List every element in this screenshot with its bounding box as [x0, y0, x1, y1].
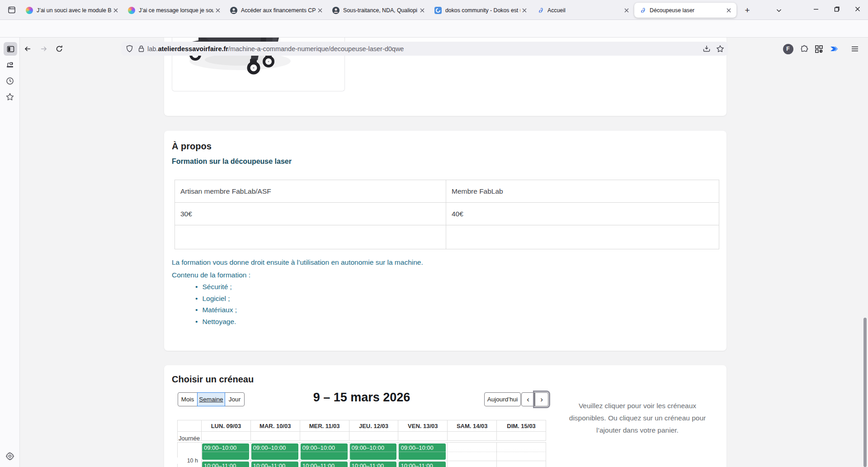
formation-subtitle: Formation sur la découpeuse laser: [172, 157, 292, 166]
tab-3[interactable]: Accéder aux financements CPF: [226, 3, 328, 18]
week-calendar: LUN. 09/03 MAR. 10/03 MER. 11/03 JEU. 12…: [177, 420, 546, 467]
star-icon: [5, 92, 14, 101]
table-row: [175, 225, 719, 249]
tab-close-icon[interactable]: [418, 6, 426, 14]
booking-help-text: Veuillez cliquer pour voir les créneaux …: [561, 400, 714, 436]
table-cell: [175, 225, 446, 249]
tab-6[interactable]: ∂ Accueil: [532, 3, 634, 18]
bullet-dot: •: [195, 318, 198, 326]
timeslot-event[interactable]: 10:00–11:00: [251, 462, 298, 467]
tab-2[interactable]: J’ai ce message lorsque je souh: [123, 3, 226, 18]
bookmarks-button[interactable]: [3, 90, 17, 104]
tab-title: Accéder aux financements CPF: [241, 7, 316, 14]
forward-arrow-icon: [40, 45, 48, 53]
table-cell: 30€: [175, 203, 446, 225]
day-column-wed: 09:00–10:00 10:00–11:00: [300, 443, 349, 467]
copilot-icon: [128, 7, 135, 14]
browser-window: J’ai un souci avec le module Bo J’ai ce …: [0, 0, 868, 467]
tab-1[interactable]: J’ai un souci avec le module Bo: [21, 3, 123, 18]
page-scrollbar-thumb[interactable]: [863, 318, 867, 467]
extension-f-button[interactable]: F: [781, 42, 795, 56]
back-button[interactable]: [21, 42, 34, 56]
day-column-thu: 09:00–10:00 10:00–11:00: [349, 443, 399, 467]
next-week-button-focused[interactable]: ›: [535, 392, 548, 406]
bullet-dot: •: [195, 306, 198, 314]
maximize-button[interactable]: [826, 0, 847, 18]
shield-icon: [126, 45, 133, 52]
tab-close-icon[interactable]: [316, 6, 324, 14]
tab-close-icon[interactable]: [112, 6, 120, 14]
tab-7-active[interactable]: ∂ Découpeuse laser: [634, 3, 736, 18]
sidebar-settings-button[interactable]: [3, 449, 17, 463]
day-header: JEU. 12/03: [349, 420, 399, 432]
lab-logo-icon: ∂: [537, 7, 544, 14]
url-bar[interactable]: lab.atelierdessavoirfaire.fr/machine-a-c…: [121, 42, 728, 56]
sidebar-toggle-button[interactable]: [4, 42, 17, 56]
day-column-sat: [448, 443, 497, 467]
close-window-button[interactable]: [847, 0, 868, 18]
devices-icon: [5, 61, 14, 70]
tab-5[interactable]: dokos community - Dokos est u: [430, 3, 532, 18]
day-header: DIM. 15/03: [497, 420, 546, 432]
day-column-fri: 09:00–10:00 10:00–11:00: [398, 443, 448, 467]
timeslot-event[interactable]: 10:00–11:00: [399, 462, 446, 467]
hour-label: 10 h: [177, 457, 198, 464]
all-day-row: Journée: [177, 432, 546, 441]
table-cell: 40€: [446, 203, 719, 225]
person-icon: [332, 7, 340, 14]
forward-button[interactable]: [37, 42, 51, 56]
bullet-dot: •: [195, 283, 198, 291]
tab-4[interactable]: Sous-traitance, NDA, Qualiopi :: [328, 3, 430, 18]
save-page-icon[interactable]: [703, 45, 711, 53]
half-hour-gridline: [202, 452, 546, 452]
firefox-sidebar: [0, 38, 20, 467]
list-all-tabs-button[interactable]: [772, 4, 786, 17]
table-cell: [446, 225, 719, 249]
minimize-button[interactable]: [806, 0, 826, 18]
tab-close-icon[interactable]: [214, 6, 222, 14]
time-grid: 09:00–10:00 10:00–11:00 09:00–10:00 10:0…: [177, 443, 546, 467]
firefox-view-button[interactable]: [5, 3, 19, 17]
bullet-dot: •: [195, 295, 198, 303]
tab-close-icon[interactable]: [623, 6, 631, 14]
firefox-view-icon: [8, 6, 16, 14]
day-header: MAR. 10/03: [251, 420, 300, 432]
tab-close-icon[interactable]: [725, 6, 733, 14]
new-tab-button[interactable]: +: [741, 4, 754, 17]
today-button[interactable]: Aujourd’hui: [484, 392, 521, 406]
back-arrow-icon: [24, 45, 32, 53]
menu-button[interactable]: [848, 42, 862, 56]
extension-flow-button[interactable]: [827, 42, 841, 56]
person-icon: [230, 7, 237, 14]
view-week-button-active[interactable]: Semaine: [197, 392, 225, 406]
timeslot-event[interactable]: 10:00–11:00: [301, 462, 348, 467]
puzzle-icon: [800, 45, 809, 53]
day-header: LUN. 09/03: [202, 420, 251, 432]
tab-title: J’ai un souci avec le module Bo: [37, 7, 112, 14]
calendar-day-header-row: LUN. 09/03 MAR. 10/03 MER. 11/03 JEU. 12…: [177, 420, 546, 432]
timeslot-event[interactable]: 10:00–11:00: [350, 462, 397, 467]
reload-button[interactable]: [52, 42, 66, 56]
history-button[interactable]: [3, 74, 17, 88]
extension-qr-button[interactable]: [812, 42, 826, 56]
extensions-button[interactable]: [797, 42, 811, 56]
booking-title: Choisir un créneau: [172, 374, 254, 385]
lab-logo-icon: ∂: [639, 7, 646, 14]
timeslot-event[interactable]: 10:00–11:00: [202, 462, 249, 467]
day-header: MER. 11/03: [300, 420, 349, 432]
tab-title: Accueil: [547, 7, 623, 14]
list-item: •Nettoyage.: [195, 318, 236, 326]
clock-icon: [5, 76, 14, 86]
synced-tabs-button[interactable]: [3, 58, 17, 72]
tab-title: Découpeuse laser: [650, 7, 725, 14]
tab-close-icon[interactable]: [520, 6, 528, 14]
bookmark-star-icon[interactable]: [716, 45, 724, 53]
tab-title: dokos community - Dokos est u: [445, 7, 520, 14]
hour-gridline: [202, 461, 546, 461]
qr-code-icon: [815, 45, 823, 53]
prev-week-button[interactable]: ‹: [521, 392, 535, 406]
day-column-tue: 09:00–10:00 10:00–11:00: [251, 443, 300, 467]
blue-arrow-icon: [830, 44, 839, 53]
list-item: •Sécurité ;: [195, 283, 232, 291]
tab-title: J’ai ce message lorsque je souh: [139, 7, 214, 14]
